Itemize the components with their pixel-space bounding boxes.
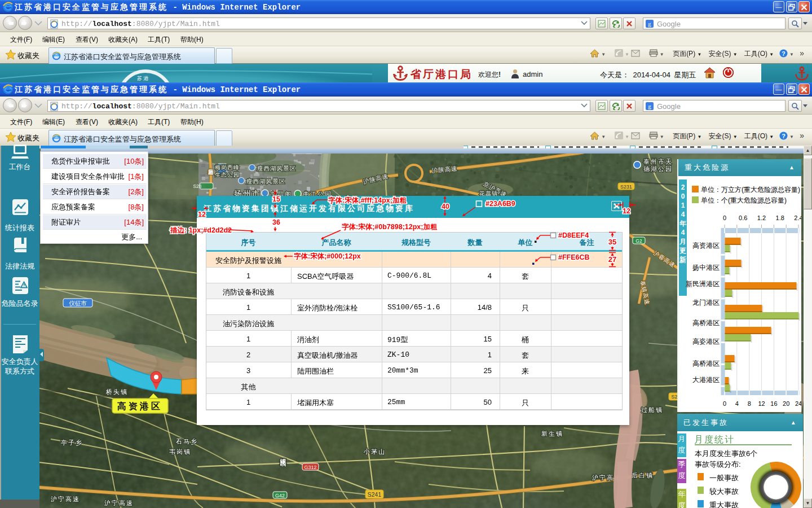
svg-text:40: 40 [442,203,449,211]
svg-text:苏 港: 苏 港 [137,76,149,81]
svg-text:描边: 1px;#d2d2d2: 描边: 1px;#d2d2d2 [170,226,232,234]
svg-text:字体:宋体;#000;12px: 字体:宋体;#000;12px [294,252,361,260]
svg-text:12: 12 [198,211,206,218]
svg-text:12: 12 [623,207,630,215]
svg-text:#23A6B9: #23A6B9 [486,200,515,208]
svg-text:字体:宋体;#0b7898;12px;加粗: 字体:宋体;#0b7898;12px;加粗 [342,223,438,231]
svg-text:35: 35 [608,238,616,246]
svg-text:g: g [648,20,651,27]
svg-text:?: ? [782,50,785,57]
svg-text:27: 27 [608,255,616,264]
svg-text:#D8EEF4: #D8EEF4 [558,231,589,239]
svg-text:15: 15 [272,195,280,203]
svg-text:36: 36 [272,218,280,226]
svg-text:#FFE6CB: #FFE6CB [558,253,590,261]
svg-text:字体:宋体,#fff;14px;加粗: 字体:宋体,#fff;14px;加粗 [328,196,407,204]
